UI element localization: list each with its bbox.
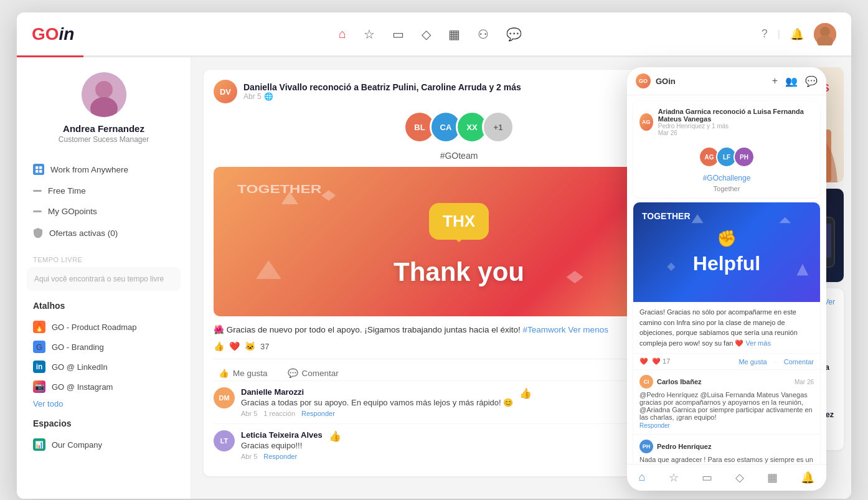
post-hashtag-teamwork[interactable]: #Teamwork bbox=[523, 325, 566, 334]
comment-1-responder[interactable]: Responder bbox=[301, 410, 335, 417]
nav-people-icon[interactable]: ⚇ bbox=[478, 27, 489, 42]
atalho-go-branding[interactable]: G GO - Branding bbox=[27, 337, 181, 357]
atalhos-section: Atalhos 🔥 GO - Product Roadmap G GO - Br… bbox=[27, 301, 181, 408]
phone-post-1-contributors: Pedro Henríquez y 1 más bbox=[658, 123, 814, 130]
nav-item-gopoints[interactable]: My GOpoints bbox=[27, 202, 181, 221]
comment-2-like-icon[interactable]: 👍 bbox=[329, 430, 341, 460]
phone-top-left: GO GOin bbox=[636, 73, 676, 88]
tempo-livre-box: Aqui você encontrará o seu tempo livre bbox=[27, 267, 181, 291]
phone-like-action[interactable]: Me gusta bbox=[738, 358, 767, 366]
phone-post-1-author-block: Ariadna Garnica reconoció a Luisa Fernan… bbox=[658, 108, 814, 136]
svg-marker-10 bbox=[281, 192, 298, 204]
nav-chat-icon[interactable]: 💬 bbox=[506, 27, 522, 42]
atalho-instagram[interactable]: 📷 GO @ Instagram bbox=[27, 377, 181, 397]
comment-icon: 💬 bbox=[288, 368, 298, 378]
phone-post-1-author: Ariadna Garnica reconoció a Luisa Fernan… bbox=[658, 108, 814, 123]
svg-marker-14 bbox=[256, 260, 281, 279]
nav-shield-icon[interactable]: ◇ bbox=[422, 27, 431, 42]
sidebar: Andrea Fernandez Customer Sucess Manager… bbox=[17, 57, 191, 499]
avatar-group-inner: BL CA XX +1 bbox=[403, 111, 514, 143]
phone-chat-icon[interactable]: 💬 bbox=[805, 75, 818, 87]
comment-1-avatar: DM bbox=[214, 387, 235, 408]
svg-marker-23 bbox=[797, 264, 809, 276]
phone-nav-shield-icon[interactable]: ◇ bbox=[735, 471, 744, 484]
phone-nav-star-icon[interactable]: ☆ bbox=[669, 471, 679, 484]
phone-hashtag: #GOchallenge bbox=[633, 171, 820, 185]
phone-comment-1-meta: Responder bbox=[639, 422, 814, 429]
tempo-livre-text: Aqui você encontrará o seu tempo livre bbox=[34, 275, 173, 283]
phone-post-1: AG Ariadna Garnica reconoció a Luisa Fer… bbox=[633, 101, 820, 197]
phone-add-icon[interactable]: + bbox=[772, 75, 778, 87]
dash-icon bbox=[33, 190, 42, 192]
phone-comment-2-avatar: PH bbox=[639, 440, 653, 453]
phone-helpful-text-container: ✊ Helpful bbox=[681, 217, 773, 288]
phone-nav-home-icon[interactable]: ⌂ bbox=[639, 471, 646, 484]
phone-post-2: TOGETHER ✊ Helpful Gracias! bbox=[633, 202, 820, 464]
svg-rect-13 bbox=[567, 271, 583, 283]
sidebar-navigation: Work from Anywhere Free Time My GOpoints… bbox=[27, 159, 181, 243]
atalho-instagram-label: GO @ Instagram bbox=[52, 382, 113, 392]
nav-star-icon[interactable]: ☆ bbox=[364, 27, 375, 42]
shield-nav-icon bbox=[33, 227, 43, 238]
nav-label-work: Work from Anywhere bbox=[50, 165, 128, 174]
thx-bubble: THX bbox=[429, 203, 489, 240]
nav-item-free-time[interactable]: Free Time bbox=[27, 181, 181, 200]
phone-reactions: ❤️ ❤️ 17 Me gusta · Comentar bbox=[633, 353, 820, 369]
nav-calendar-icon[interactable]: ▦ bbox=[448, 27, 460, 42]
comment-1-like-icon[interactable]: 👍 bbox=[519, 387, 532, 417]
espacos-section: Espacios 📊 Our Company bbox=[27, 418, 181, 455]
comment-1-author: Danielle Marozzi bbox=[241, 387, 513, 397]
reaction-heart: ❤️ bbox=[229, 341, 240, 351]
phone-people-icon[interactable]: 👥 bbox=[785, 75, 798, 87]
nav-home-icon[interactable]: ⌂ bbox=[339, 27, 346, 41]
atalho-linkedin[interactable]: in GO @ LinkedIn bbox=[27, 357, 181, 377]
phone-comment-2-text: Nada que agradecer ! Para eso estamos y … bbox=[639, 456, 814, 464]
like-button[interactable]: 👍 Me gusta bbox=[214, 366, 273, 380]
comment-2-content: Leticia Teixeira Alves Gracias equipo!!!… bbox=[241, 430, 323, 460]
profile-name: Andrea Fernandez bbox=[63, 123, 144, 134]
phone-comment-action[interactable]: Comentar bbox=[784, 358, 814, 366]
nav-item-work-from-anywhere[interactable]: Work from Anywhere bbox=[27, 159, 181, 180]
like-icon: 👍 bbox=[219, 368, 229, 378]
espaco-our-company-label: Our Company bbox=[52, 440, 102, 450]
notification-bell-icon[interactable]: 🔔 bbox=[790, 27, 804, 41]
help-icon[interactable]: ? bbox=[762, 27, 768, 40]
user-avatar[interactable] bbox=[814, 23, 836, 45]
phone-top-icons: + 👥 💬 bbox=[772, 75, 818, 87]
espaco-our-company[interactable]: 📊 Our Company bbox=[27, 435, 181, 455]
svg-rect-11 bbox=[321, 191, 336, 201]
svg-text:TOGETHER: TOGETHER bbox=[237, 183, 322, 196]
top-navigation: GOin ⌂ ☆ ▭ ◇ ▦ ⚇ 💬 ? | 🔔 bbox=[17, 12, 851, 57]
svg-rect-9 bbox=[39, 170, 42, 173]
phone-comment-2-header: PH Pedro Henríquez bbox=[639, 440, 814, 453]
espacos-title: Espacios bbox=[27, 418, 181, 428]
atalho-linkedin-label: GO @ LinkedIn bbox=[52, 362, 108, 372]
ver-todo-link[interactable]: Ver todo bbox=[27, 399, 181, 408]
ver-menos-link[interactable]: Ver menos bbox=[568, 325, 608, 334]
phone-comment-1-responder[interactable]: Responder bbox=[639, 422, 670, 429]
thank-you-text: Thank you bbox=[394, 257, 524, 287]
phone-comment-1-header: CI Carlos Ibañez Mar 26 bbox=[639, 375, 814, 389]
phone-nav-briefcase-icon[interactable]: ▭ bbox=[702, 471, 712, 484]
phone-comment-1-text: @Pedro Henríquez @Luisa Fernanda Mateus … bbox=[639, 391, 814, 421]
comment-2-responder[interactable]: Responder bbox=[263, 453, 297, 460]
phone-nav-calendar-icon[interactable]: ▦ bbox=[767, 471, 778, 484]
post-author-avatar: DV bbox=[214, 80, 237, 103]
app-logo[interactable]: GOin bbox=[32, 24, 74, 44]
post-author-name: Daniella Vivallo reconoció a Beatriz Pul… bbox=[243, 82, 521, 92]
comment-1-meta: Abr 5 1 reacción Responder bbox=[241, 410, 513, 417]
reaction-cat: 🐱 bbox=[245, 341, 255, 351]
svg-point-1 bbox=[820, 27, 830, 37]
nav-item-ofertas[interactable]: Ofertas activas (0) bbox=[27, 222, 181, 243]
roadmap-icon: 🔥 bbox=[33, 321, 45, 333]
nav-briefcase-icon[interactable]: ▭ bbox=[392, 27, 404, 42]
phone-ver-mas[interactable]: Ver más bbox=[746, 339, 771, 347]
linkedin-icon: in bbox=[33, 361, 45, 373]
svg-marker-25 bbox=[779, 217, 791, 223]
atalho-product-roadmap[interactable]: 🔥 GO - Product Roadmap bbox=[27, 317, 181, 337]
comment-button[interactable]: 💬 Comentar bbox=[283, 366, 344, 380]
phone-content: AG Ariadna Garnica reconoció a Luisa Fer… bbox=[627, 95, 826, 464]
comment-2-avatar: LT bbox=[214, 430, 235, 451]
phone-nav-bell-icon[interactable]: 🔔 bbox=[801, 471, 814, 484]
phone-reaction-heart: ❤️ bbox=[639, 357, 648, 366]
